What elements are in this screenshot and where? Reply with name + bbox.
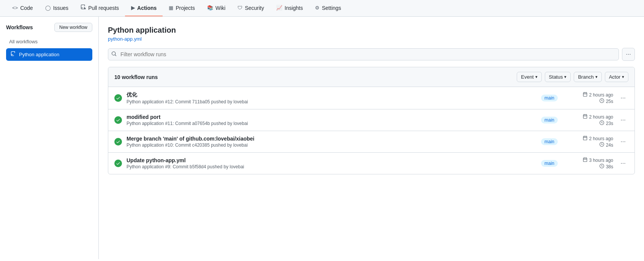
insights-icon: 📈 [276, 5, 282, 11]
time-ago-text: 3 hours ago [589, 158, 613, 163]
workflow-icon [11, 51, 16, 58]
run-name[interactable]: Update python-app.yml [127, 157, 536, 163]
nav-wiki-label: Wiki [215, 5, 225, 11]
duration-text: 23s [606, 121, 613, 126]
calendar-icon [583, 114, 587, 120]
table-row[interactable]: Merge branch 'main' of github.com:loveba… [108, 131, 635, 153]
all-workflows-link[interactable]: All workflows [6, 36, 92, 47]
sidebar-item-python-application[interactable]: Python application [6, 48, 92, 61]
nav-issues-label: Issues [53, 5, 68, 11]
run-branch-badge[interactable]: main [541, 117, 558, 123]
nav-projects-label: Projects [176, 5, 195, 11]
event-chevron-icon: ▾ [535, 74, 538, 79]
actor-chevron-icon: ▾ [622, 74, 624, 79]
run-branch-badge[interactable]: main [541, 95, 558, 101]
new-workflow-button[interactable]: New workflow [54, 23, 92, 32]
nav-projects[interactable]: ▦ Projects [163, 0, 201, 16]
nav-wiki[interactable]: 📚 Wiki [201, 0, 231, 16]
nav-code-label: Code [20, 5, 33, 11]
event-filter[interactable]: Event ▾ [517, 72, 541, 82]
nav-security-label: Security [245, 5, 264, 11]
runs-container: 10 workflow runs Event ▾ Status ▾ Branch… [108, 67, 635, 174]
ellipsis-icon: ··· [626, 51, 631, 58]
run-branch-badge[interactable]: main [541, 138, 558, 145]
run-time: 3 hours ago 38s [571, 157, 613, 169]
nav-pull-requests[interactable]: Pull requests [74, 0, 125, 16]
run-duration: 23s [600, 120, 613, 126]
run-ellipsis-icon: ··· [620, 117, 625, 123]
status-chevron-icon: ▾ [564, 74, 566, 79]
nav-issues[interactable]: ◯ Issues [39, 0, 74, 16]
calendar-icon [583, 157, 587, 163]
search-icon [111, 51, 117, 58]
wiki-icon: 📚 [207, 5, 213, 11]
active-workflow-label: Python application [19, 52, 59, 57]
settings-icon: ⚙ [315, 5, 320, 11]
run-more-button[interactable]: ··· [618, 158, 628, 169]
branch-filter-label: Branch [578, 74, 593, 80]
run-time: 2 hours ago 25s [571, 92, 613, 104]
duration-text: 38s [606, 164, 613, 169]
run-info: 优化 Python application #12: Commit 711ba0… [127, 92, 536, 104]
nav-settings-label: Settings [322, 5, 341, 11]
content-area: Python application python-app.yml ··· 10… [99, 17, 644, 259]
run-name[interactable]: 优化 [127, 92, 536, 98]
run-meta: Python application #11: Commit a07654b p… [127, 121, 536, 126]
actions-icon: ▶ [131, 5, 135, 11]
nav-insights[interactable]: 📈 Insights [270, 0, 309, 16]
top-nav: <> Code ◯ Issues Pull requests ▶ Actions… [0, 0, 644, 17]
nav-settings[interactable]: ⚙ Settings [309, 0, 347, 16]
time-ago-text: 2 hours ago [589, 92, 613, 98]
branch-filter[interactable]: Branch ▾ [574, 72, 601, 82]
run-time: 2 hours ago 23s [571, 114, 613, 126]
actor-filter[interactable]: Actor ▾ [605, 72, 628, 82]
pull-requests-icon [81, 5, 86, 11]
run-time-ago: 2 hours ago [583, 136, 613, 141]
run-name[interactable]: Merge branch 'main' of github.com:loveba… [127, 136, 536, 142]
table-row[interactable]: 优化 Python application #12: Commit 711ba0… [108, 87, 635, 109]
code-icon: <> [12, 5, 18, 11]
run-ellipsis-icon: ··· [620, 160, 625, 167]
run-name[interactable]: modified port [127, 114, 536, 120]
table-row[interactable]: modified port Python application #11: Co… [108, 109, 635, 131]
event-filter-label: Event [521, 74, 533, 80]
run-more-button[interactable]: ··· [618, 93, 628, 103]
run-meta: Python application #9: Commit b5f58d4 pu… [127, 164, 536, 169]
run-branch-badge[interactable]: main [541, 160, 558, 167]
time-ago-text: 2 hours ago [589, 114, 613, 120]
run-time: 2 hours ago 24s [571, 136, 613, 148]
run-duration: 24s [600, 142, 613, 148]
nav-actions[interactable]: ▶ Actions [125, 0, 163, 16]
nav-pr-label: Pull requests [88, 5, 119, 11]
run-more-button[interactable]: ··· [618, 136, 628, 147]
sidebar-title: Workflows [6, 24, 33, 30]
run-ellipsis-icon: ··· [620, 138, 625, 145]
nav-insights-label: Insights [285, 5, 303, 11]
run-ellipsis-icon: ··· [620, 95, 625, 101]
status-filter[interactable]: Status ▾ [545, 72, 571, 82]
run-time-ago: 2 hours ago [583, 92, 613, 98]
run-rows: 优化 Python application #12: Commit 711ba0… [108, 87, 635, 174]
calendar-icon [583, 92, 587, 98]
run-info: modified port Python application #11: Co… [127, 114, 536, 126]
filter-input-wrap [108, 48, 619, 60]
workflow-file-link[interactable]: python-app.yml [108, 36, 635, 42]
more-options-button[interactable]: ··· [622, 48, 635, 61]
run-status-icon [114, 116, 122, 124]
calendar-icon [583, 136, 587, 141]
run-more-button[interactable]: ··· [618, 115, 628, 125]
security-icon: 🛡 [237, 5, 242, 11]
nav-code[interactable]: <> Code [6, 0, 39, 16]
filter-input[interactable] [108, 48, 619, 60]
run-status-icon [114, 94, 122, 102]
nav-security[interactable]: 🛡 Security [231, 0, 270, 16]
run-meta: Python application #10: Commit c420385 p… [127, 142, 536, 148]
page-title: Python application [108, 26, 635, 35]
main-layout: Workflows New workflow All workflows Pyt… [0, 17, 644, 259]
nav-actions-label: Actions [137, 5, 157, 11]
table-row[interactable]: Update python-app.yml Python application… [108, 153, 635, 174]
run-time-ago: 2 hours ago [583, 114, 613, 120]
status-filter-label: Status [549, 74, 563, 80]
clock-icon [600, 120, 604, 126]
run-info: Merge branch 'main' of github.com:loveba… [127, 136, 536, 148]
